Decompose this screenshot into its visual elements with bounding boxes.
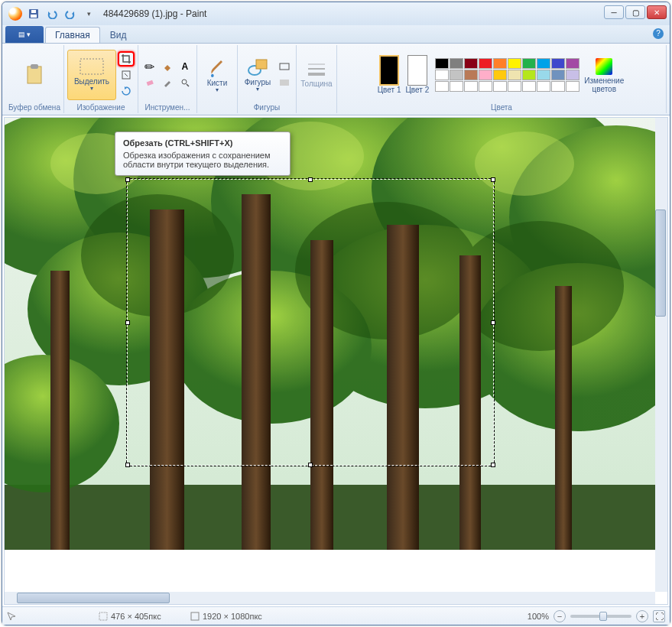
palette-swatch-14[interactable] <box>493 70 507 80</box>
magnifier-tool[interactable] <box>177 75 193 90</box>
redo-button[interactable] <box>62 5 79 22</box>
color2-button[interactable]: Цвет 2 <box>405 55 429 94</box>
svg-point-8 <box>182 80 187 84</box>
picker-tool[interactable] <box>159 75 176 90</box>
tooltip-body: Обрезка изображения с сохранением област… <box>123 151 282 169</box>
shape-fill-button[interactable] <box>276 75 293 90</box>
crop-button[interactable] <box>118 51 135 67</box>
palette-swatch-29[interactable] <box>566 81 579 92</box>
svg-rect-44 <box>191 612 199 620</box>
file-menu-button[interactable]: ▤ ▾ <box>5 26 44 43</box>
palette-swatch-1[interactable] <box>450 58 463 69</box>
palette-swatch-16[interactable] <box>522 70 536 80</box>
palette-swatch-2[interactable] <box>464 58 478 69</box>
maximize-button[interactable]: ▢ <box>625 5 645 19</box>
group-clipboard-label: Буфер обмена <box>8 103 60 112</box>
status-cursor <box>7 612 83 621</box>
resize-button[interactable] <box>118 67 135 83</box>
shape-outline-button[interactable] <box>276 59 293 74</box>
palette-swatch-18[interactable] <box>551 70 565 80</box>
palette-swatch-4[interactable] <box>493 58 507 69</box>
palette-swatch-5[interactable] <box>508 58 521 69</box>
palette-swatch-19[interactable] <box>566 70 579 80</box>
palette-swatch-15[interactable] <box>508 70 521 80</box>
palette-swatch-0[interactable] <box>435 58 449 69</box>
minimize-button[interactable]: ─ <box>604 5 624 19</box>
tab-main[interactable]: Главная <box>45 27 100 43</box>
palette-swatch-7[interactable] <box>537 58 550 69</box>
thickness-label: Толщина <box>300 80 332 88</box>
fullscreen-button[interactable]: ⛶ <box>653 610 665 622</box>
selection-rectangle[interactable] <box>127 179 494 466</box>
brushes-button[interactable]: Кисти ▾ <box>200 50 234 100</box>
zoom-out-button[interactable]: − <box>554 610 566 622</box>
palette-swatch-13[interactable] <box>479 70 492 80</box>
group-tools-label: Инструмен... <box>144 103 190 112</box>
palette-swatch-17[interactable] <box>537 70 550 80</box>
edit-colors-button[interactable]: Изменение цветов <box>581 50 627 100</box>
svg-rect-13 <box>280 80 289 86</box>
vscroll-thumb[interactable] <box>655 210 666 317</box>
palette-swatch-6[interactable] <box>522 58 536 69</box>
palette-swatch-22[interactable] <box>464 81 478 92</box>
tab-view[interactable]: Вид <box>100 27 137 43</box>
svg-rect-2 <box>31 10 36 13</box>
titlebar: ▾ 484429689 (1).jpg - Paint ─ ▢ ✕ <box>2 2 670 25</box>
paste-button[interactable] <box>15 50 54 100</box>
palette-swatch-23[interactable] <box>479 81 492 92</box>
help-icon[interactable]: ? <box>653 28 664 39</box>
palette-swatch-28[interactable] <box>551 81 565 92</box>
quick-access-toolbar: ▾ <box>25 5 97 22</box>
zoom-slider[interactable] <box>570 615 631 618</box>
color2-label: Цвет 2 <box>405 86 429 94</box>
pencil-tool[interactable]: ✏ <box>141 59 158 74</box>
shapes-button[interactable]: Фигуры ▾ <box>241 50 274 100</box>
palette-swatch-27[interactable] <box>537 81 550 92</box>
group-image: Выделить ▾ Изображение <box>64 45 138 113</box>
zoom-thumb[interactable] <box>599 612 607 621</box>
palette-swatch-8[interactable] <box>551 58 565 69</box>
svg-rect-38 <box>50 271 70 550</box>
color1-button[interactable]: Цвет 1 <box>378 55 401 94</box>
window-controls: ─ ▢ ✕ <box>604 5 667 19</box>
canvas-area[interactable] <box>4 117 668 605</box>
palette-swatch-26[interactable] <box>522 81 536 92</box>
tooltip-title: Обрезать (CTRL+SHIFT+X) <box>123 138 282 148</box>
app-icon <box>8 7 22 21</box>
close-button[interactable]: ✕ <box>647 5 667 19</box>
palette-swatch-10[interactable] <box>435 70 449 80</box>
text-tool[interactable]: A <box>177 59 193 74</box>
color1-label: Цвет 1 <box>378 86 401 94</box>
hscroll-thumb[interactable] <box>17 593 170 603</box>
group-clipboard: Буфер обмена <box>5 45 64 113</box>
select-label: Выделить <box>74 77 109 86</box>
eraser-tool[interactable] <box>141 75 158 90</box>
palette-swatch-3[interactable] <box>479 58 492 69</box>
svg-rect-43 <box>99 612 107 620</box>
group-colors: Цвет 1 Цвет 2 Изменение цветов Цвета <box>337 45 667 113</box>
palette-swatch-12[interactable] <box>464 70 478 80</box>
palette-swatch-25[interactable] <box>508 81 521 92</box>
palette-swatch-9[interactable] <box>566 58 579 69</box>
group-shapes: Фигуры ▾ Фигуры <box>238 45 297 113</box>
qat-customize[interactable]: ▾ <box>80 5 97 22</box>
palette-swatch-20[interactable] <box>435 81 449 92</box>
shapes-label: Фигуры <box>245 78 271 86</box>
svg-rect-11 <box>256 60 267 69</box>
palette-swatch-11[interactable] <box>450 70 463 80</box>
vertical-scrollbar[interactable] <box>655 118 667 592</box>
select-button[interactable]: Выделить ▾ <box>67 50 116 100</box>
rotate-button[interactable] <box>118 83 135 99</box>
ribbon-tabs: ▤ ▾ Главная Вид ? <box>2 25 670 44</box>
status-selection-size: 476 × 405пкс <box>99 612 175 621</box>
fill-tool[interactable] <box>159 59 176 74</box>
palette-swatch-21[interactable] <box>450 81 463 92</box>
zoom-in-button[interactable]: + <box>636 610 648 622</box>
thickness-button[interactable]: Толщина <box>300 50 333 100</box>
color1-swatch <box>379 55 399 86</box>
undo-button[interactable] <box>44 5 60 22</box>
paint-window: ▾ 484429689 (1).jpg - Paint ─ ▢ ✕ ▤ ▾ Гл… <box>2 2 670 625</box>
save-button[interactable] <box>25 5 42 22</box>
palette-swatch-24[interactable] <box>493 81 507 92</box>
horizontal-scrollbar[interactable] <box>5 592 655 604</box>
